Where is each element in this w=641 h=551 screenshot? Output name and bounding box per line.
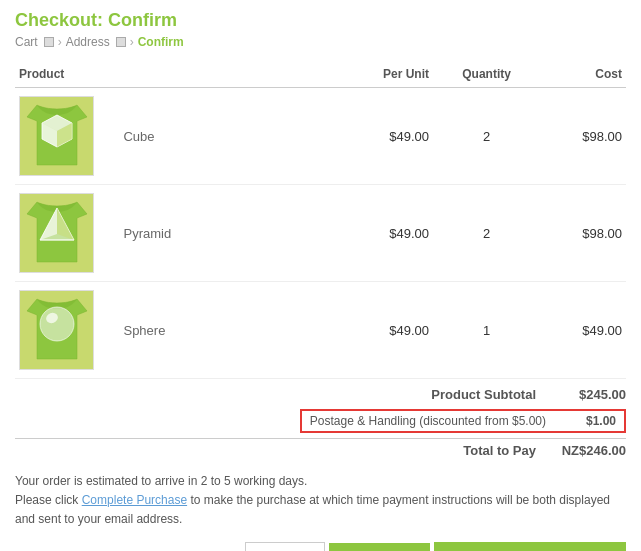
postage-row: Postage & Handling (discounted from $5.0… [15, 406, 626, 436]
product-image [19, 290, 94, 370]
product-image [19, 193, 94, 273]
product-per-unit-cell: $49.00 [326, 282, 433, 379]
product-cost-cell: $98.00 [540, 88, 626, 185]
info-line1: Your order is estimated to arrive in 2 t… [15, 472, 626, 491]
col-header-product-name [111, 61, 325, 88]
products-table: Product Per Unit Quantity Cost [15, 61, 626, 379]
page-container: Checkout: Confirm Cart › Address › Confi… [0, 0, 641, 551]
product-image [19, 96, 94, 176]
breadcrumb-address-icon [116, 37, 126, 47]
product-cost-cell: $49.00 [540, 282, 626, 379]
breadcrumb-address: Address [66, 35, 110, 49]
breadcrumb-cart: Cart [15, 35, 38, 49]
title-prefix: Checkout: [15, 10, 108, 30]
breadcrumb-sep1: › [58, 35, 62, 49]
info-before: Please click [15, 493, 82, 507]
breadcrumb-confirm: Confirm [138, 35, 184, 49]
product-name: Pyramid [115, 226, 171, 241]
product-name-cell: Sphere [111, 282, 325, 379]
previous-button[interactable]: PREVIOUS [329, 543, 430, 551]
product-per-unit-cell: $49.00 [326, 185, 433, 282]
summary-section: Product Subtotal $245.00 Postage & Handl… [15, 383, 626, 462]
product-per-unit-cell: $49.00 [326, 88, 433, 185]
postage-value: $1.00 [566, 414, 616, 428]
product-name: Cube [115, 129, 154, 144]
complete-purchase-button[interactable]: Complete PURCHASE [434, 542, 626, 551]
breadcrumb: Cart › Address › Confirm [15, 35, 626, 49]
info-text: Your order is estimated to arrive in 2 t… [15, 472, 626, 530]
table-row: Pyramid $49.00 2 $98.00 [15, 185, 626, 282]
svg-point-8 [40, 307, 74, 341]
footer-buttons: CANCEL PREVIOUS Complete PURCHASE [15, 542, 626, 551]
total-label: Total to Pay [326, 443, 546, 458]
title-highlight: Confirm [108, 10, 177, 30]
total-row: Total to Pay NZ$246.00 [15, 438, 626, 462]
subtotal-row: Product Subtotal $245.00 [15, 383, 626, 406]
product-cost-cell: $98.00 [540, 185, 626, 282]
product-quantity-cell: 2 [433, 88, 540, 185]
product-image-cell [15, 88, 111, 185]
product-quantity-cell: 2 [433, 185, 540, 282]
table-row: Cube $49.00 2 $98.00 [15, 88, 626, 185]
product-name-cell: Pyramid [111, 185, 325, 282]
breadcrumb-sep2: › [130, 35, 134, 49]
postage-box: Postage & Handling (discounted from $5.0… [300, 409, 626, 433]
page-title: Checkout: Confirm [15, 10, 626, 31]
total-value: NZ$246.00 [546, 443, 626, 458]
product-image-cell [15, 282, 111, 379]
col-header-quantity: Quantity [433, 61, 540, 88]
info-line2: Please click Complete Purchase to make t… [15, 491, 626, 529]
col-header-product: Product [15, 61, 111, 88]
table-row: Sphere $49.00 1 $49.00 [15, 282, 626, 379]
product-quantity-cell: 1 [433, 282, 540, 379]
col-header-per-unit: Per Unit [326, 61, 433, 88]
cancel-button[interactable]: CANCEL [245, 542, 325, 551]
postage-label: Postage & Handling (discounted from $5.0… [310, 414, 546, 428]
breadcrumb-cart-icon [44, 37, 54, 47]
subtotal-value: $245.00 [546, 387, 626, 402]
product-name: Sphere [115, 323, 165, 338]
info-link: Complete Purchase [82, 493, 187, 507]
col-header-cost: Cost [540, 61, 626, 88]
product-image-cell [15, 185, 111, 282]
subtotal-label: Product Subtotal [326, 387, 546, 402]
product-name-cell: Cube [111, 88, 325, 185]
